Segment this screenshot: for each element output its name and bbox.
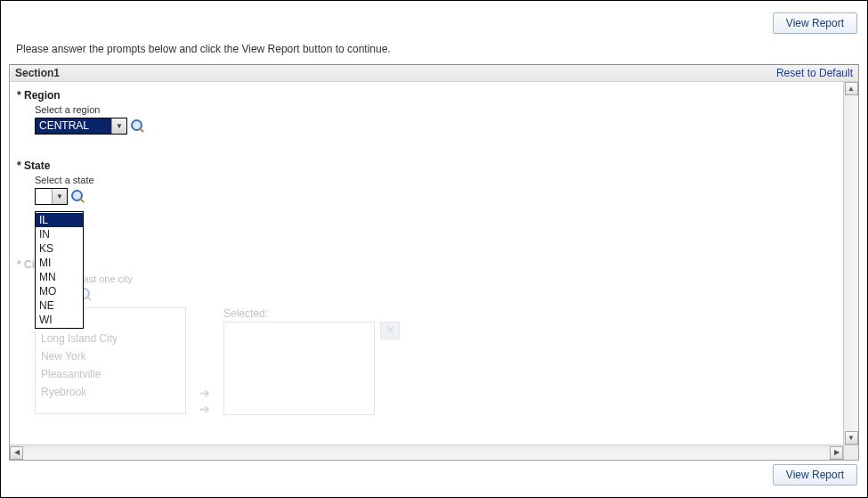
reset-to-default-link[interactable]: Reset to Default [776, 67, 853, 79]
horizontal-scrollbar[interactable]: ◀ ▶ [10, 445, 843, 460]
state-select-value [36, 189, 52, 204]
list-item[interactable]: Ryebrook [41, 383, 180, 401]
search-icon[interactable] [71, 190, 85, 204]
state-option[interactable]: MI [36, 256, 83, 270]
bottom-toolbar: View Report [9, 461, 859, 489]
view-report-button-top[interactable]: View Report [773, 12, 857, 34]
scroll-left-icon[interactable]: ◀ [10, 446, 23, 460]
state-option[interactable]: NE [36, 298, 83, 313]
chevron-down-icon: ▼ [111, 118, 126, 134]
search-icon[interactable] [131, 119, 145, 134]
required-marker: * [17, 159, 21, 172]
state-prompt: * State Select a state ▼ ILINKSMIMNMONEW… [17, 159, 836, 205]
prompt-instructions: Please answer the prompts below and clic… [9, 37, 859, 64]
city-selected-label: Selected: [223, 307, 375, 320]
scroll-right-icon[interactable]: ▶ [830, 446, 843, 460]
section-header: Section1 Reset to Default [10, 65, 858, 82]
scroll-up-icon[interactable]: ▲ [845, 82, 858, 95]
city-prompt: * City Select at least one city eLong Is… [17, 258, 836, 416]
scroll-corner [843, 445, 858, 460]
list-item[interactable]: Long Island City [41, 330, 180, 347]
region-select-value: CENTRAL [36, 118, 111, 134]
move-all-right-icon[interactable]: ➔ [197, 404, 213, 416]
move-right-icon[interactable]: ➔ [197, 388, 213, 400]
state-dropdown-list[interactable]: ILINKSMIMNMONEWI [35, 211, 84, 329]
vertical-scrollbar[interactable]: ▲ ▼ [843, 82, 858, 445]
list-item[interactable]: Pleasantville [41, 365, 180, 383]
list-item[interactable]: New York [41, 347, 180, 365]
scroll-down-icon[interactable]: ▼ [845, 431, 858, 445]
region-prompt: * Region Select a region CENTRAL ▼ [17, 89, 836, 135]
clear-selected-icon[interactable]: ✕ [380, 322, 400, 339]
state-select[interactable]: ▼ [35, 188, 68, 205]
state-sublabel: Select a state [35, 175, 836, 185]
region-sublabel: Select a region [35, 104, 836, 115]
required-marker: * [17, 258, 21, 271]
state-option[interactable]: MO [36, 284, 83, 298]
region-select[interactable]: CENTRAL ▼ [35, 118, 127, 135]
state-label: State [24, 159, 50, 172]
prompt-area: Section1 Reset to Default * Region Selec… [9, 64, 859, 461]
city-move-arrows: ➔ ➔ [197, 388, 213, 416]
required-marker: * [17, 89, 21, 102]
state-option[interactable]: MN [36, 270, 83, 284]
view-report-button-bottom[interactable]: View Report [773, 464, 857, 486]
chevron-down-icon: ▼ [52, 189, 67, 204]
state-option[interactable]: IN [36, 227, 83, 241]
state-option[interactable]: IL [36, 213, 83, 227]
region-label: Region [24, 89, 61, 102]
city-sublabel: Select at least one city [35, 273, 836, 284]
city-selected-list[interactable] [223, 322, 375, 415]
state-option[interactable]: WI [36, 313, 83, 327]
top-toolbar: View Report [9, 9, 859, 37]
prompt-body: * Region Select a region CENTRAL ▼ [10, 82, 843, 445]
section-title: Section1 [15, 67, 60, 79]
state-option[interactable]: KS [36, 241, 83, 256]
